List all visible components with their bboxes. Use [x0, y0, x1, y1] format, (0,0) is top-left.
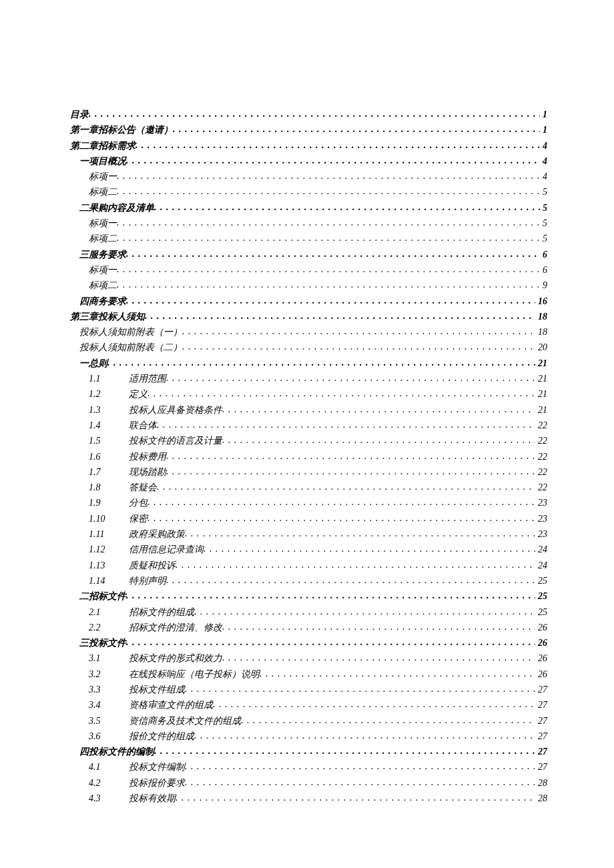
toc-entry-number: 1.8 — [89, 480, 129, 495]
toc-entry-title: 报价文件的组成 — [129, 729, 194, 744]
toc-entry-number: 1.7 — [89, 464, 129, 480]
toc-entry-title: 四投标文件的编制 — [79, 744, 154, 759]
toc-dots — [176, 790, 535, 805]
toc-entry: 1.14特别声明25 — [70, 573, 547, 588]
toc-entry: 1.4联合体22 — [70, 418, 547, 433]
toc-entry-page: 22 — [535, 418, 547, 433]
toc-dots — [157, 417, 535, 432]
toc-entry-number: 2.2 — [89, 620, 129, 635]
toc-entry-title: 一项目概况 — [79, 153, 126, 169]
toc-entry-title: 在线投标响应（电子投标）说明 — [129, 667, 260, 682]
toc-entry-title: 投标有效期 — [129, 791, 176, 806]
toc-entry: 标项二5 — [70, 231, 547, 246]
toc-dots — [117, 230, 540, 246]
toc-dots — [126, 246, 540, 262]
toc-dots — [166, 464, 535, 479]
toc-dots — [173, 121, 540, 137]
toc-dots — [176, 557, 535, 572]
toc-entry-page: 27 — [535, 729, 547, 744]
toc-dots — [154, 199, 540, 215]
toc-entry-page: 1 — [540, 122, 547, 137]
toc-entry-number: 3.3 — [89, 682, 129, 697]
toc-entry: 3.6报价文件的组成27 — [70, 729, 547, 744]
toc-dots — [166, 572, 535, 588]
toc-entry-page: 5 — [540, 215, 547, 231]
toc-entry-number: 3.6 — [89, 729, 129, 744]
toc-entry-page: 24 — [535, 558, 547, 573]
toc-entry: 4.1投标文件编制27 — [70, 759, 547, 775]
toc-entry-number: 1.5 — [89, 433, 129, 448]
toc-entry: 三服务要求6 — [70, 247, 547, 262]
toc-entry-page: 4 — [540, 169, 547, 184]
toc-entry: 二招标文件25 — [70, 588, 547, 604]
toc-dots — [166, 448, 535, 464]
toc-entry-title: 第三章投标人须知 — [70, 309, 145, 324]
toc-entry-title: 标项二 — [89, 278, 117, 293]
toc-entry-title: 招标文件的澄清、修改 — [129, 620, 222, 635]
toc-entry-page: 25 — [535, 573, 547, 588]
toc-dots — [204, 541, 535, 556]
toc-entry-title: 资格审查文件的组成 — [129, 697, 213, 713]
toc-dots — [107, 355, 535, 370]
toc-entry: 一总则21 — [70, 356, 547, 371]
toc-entry-number: 3.2 — [89, 667, 129, 682]
toc-entry: 1.12信用信息记录查询24 — [70, 542, 547, 557]
toc-entry-title: 投标人须知前附表（一） — [79, 324, 182, 340]
toc-dots — [185, 526, 535, 541]
toc-entry: 二果购内容及清单5 — [70, 200, 547, 215]
toc-entry-page: 23 — [535, 495, 547, 510]
toc-entry-title: 资信商务及技术文件的组成 — [129, 713, 241, 729]
toc-entry-title: 目录 — [70, 107, 89, 122]
toc-entry-page: 22 — [535, 433, 547, 448]
toc-entry-page: 27 — [535, 713, 547, 729]
toc-entry: 投标人须知前附表（二）20 — [70, 340, 547, 355]
document-page: 目录1第一章招标公告（邀请）1第二章招标需求4一项目概况4标项一4标项二5二果购… — [0, 0, 614, 868]
toc-entry: 标项一6 — [70, 262, 547, 278]
toc-entry-title: 分包 — [129, 495, 147, 510]
toc-entry-title: 保密 — [129, 511, 147, 526]
toc-dots — [241, 713, 535, 728]
toc-entry-page: 27 — [535, 697, 547, 713]
toc-dots — [213, 697, 535, 712]
toc-entry-title: 投标人应具备资格条件 — [129, 402, 222, 418]
toc-entry-title: 二招标文件 — [79, 588, 126, 604]
toc-entry-page: 24 — [535, 542, 547, 557]
toc-entry-page: 4 — [540, 153, 547, 169]
toc-dots — [222, 432, 535, 448]
toc-entry: 标项一4 — [70, 169, 547, 184]
toc-entry-page: 26 — [535, 650, 547, 666]
toc-entry: 1.7现场踏勘22 — [70, 464, 547, 480]
toc-entry-title: 标项一 — [89, 262, 117, 278]
toc-dots — [222, 402, 535, 417]
toc-entry-title: 一总则 — [79, 356, 107, 371]
toc-entry-page: 21 — [535, 371, 547, 386]
toc-entry-number: 1.12 — [89, 542, 129, 557]
toc-dots — [147, 386, 535, 401]
toc-entry-number: 3.4 — [89, 697, 129, 713]
toc-entry: 标项二5 — [70, 184, 547, 199]
toc-entry: 1.1适用范围21 — [70, 371, 547, 386]
toc-entry-title: 第一章招标公告（邀请） — [70, 122, 173, 137]
toc-entry-title: 投标文件编制 — [129, 759, 185, 775]
toc-entry-page: 22 — [535, 449, 547, 464]
toc-entry-page: 27 — [535, 682, 547, 697]
toc-entry-page: 27 — [535, 759, 547, 775]
toc-entry-number: 1.9 — [89, 495, 129, 510]
toc-entry-title: 四商务要求 — [79, 294, 126, 309]
toc-dots — [145, 308, 535, 324]
toc-entry-page: 18 — [535, 309, 547, 324]
toc-entry-page: 26 — [535, 667, 547, 682]
toc-entry: 1.10保密23 — [70, 511, 547, 526]
toc-dots — [185, 775, 535, 790]
toc-entry-number: 1.14 — [89, 573, 129, 588]
toc-entry-title: 标项一 — [89, 215, 117, 231]
toc-entry-title: 三投标文件 — [79, 635, 126, 650]
toc-entry: 1.3投标人应具备资格条件21 — [70, 402, 547, 418]
toc-entry-number: 1.11 — [89, 526, 129, 542]
toc-entry-page: 6 — [540, 262, 547, 278]
toc-entry-page: 25 — [535, 604, 547, 620]
toc-entry-title: 投标报价要求 — [129, 775, 185, 791]
toc-entry-title: 特别声明 — [129, 573, 166, 588]
toc-entry-title: 质疑和投诉 — [129, 558, 176, 573]
toc-entry-page: 25 — [535, 588, 547, 604]
